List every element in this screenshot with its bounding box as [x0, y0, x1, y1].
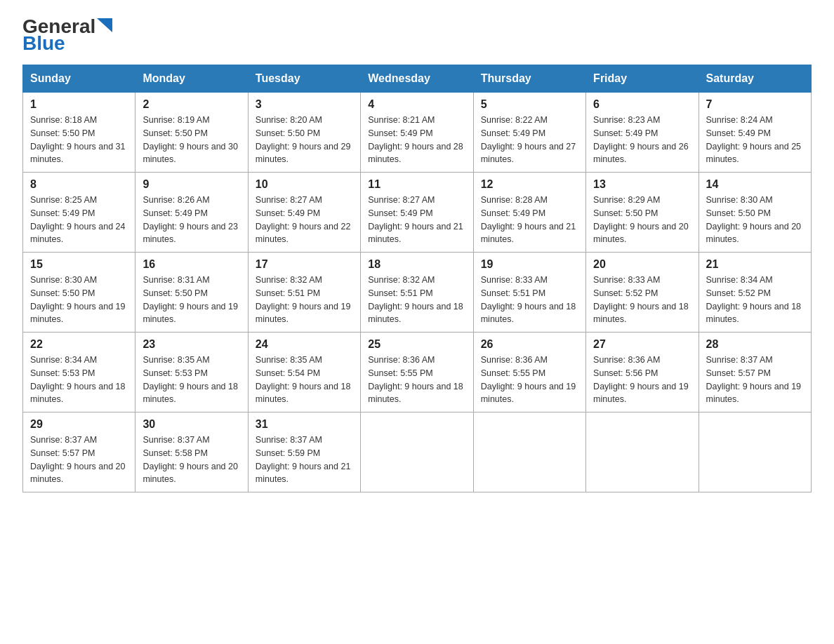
day-info: Sunrise: 8:32 AMSunset: 5:51 PMDaylight:… [368, 274, 465, 326]
calendar-table: SundayMondayTuesdayWednesdayThursdayFrid… [22, 65, 812, 492]
day-number: 21 [706, 258, 804, 271]
calendar-cell: 22Sunrise: 8:34 AMSunset: 5:53 PMDayligh… [23, 333, 135, 412]
calendar-cell: 6Sunrise: 8:23 AMSunset: 5:49 PMDaylight… [586, 93, 699, 173]
day-info: Sunrise: 8:21 AMSunset: 5:49 PMDaylight:… [368, 114, 465, 166]
day-info: Sunrise: 8:31 AMSunset: 5:50 PMDaylight:… [143, 274, 240, 326]
week-row-3: 15Sunrise: 8:30 AMSunset: 5:50 PMDayligh… [23, 253, 812, 333]
day-number: 14 [706, 178, 804, 191]
day-number: 30 [143, 418, 240, 431]
day-info: Sunrise: 8:30 AMSunset: 5:50 PMDaylight:… [706, 194, 804, 246]
calendar-cell: 31Sunrise: 8:37 AMSunset: 5:59 PMDayligh… [248, 412, 360, 492]
logo-blue: Blue [22, 34, 65, 53]
day-number: 1 [30, 98, 128, 111]
header-tuesday: Tuesday [248, 65, 360, 93]
day-info: Sunrise: 8:37 AMSunset: 5:58 PMDaylight:… [143, 434, 240, 486]
calendar-cell: 25Sunrise: 8:36 AMSunset: 5:55 PMDayligh… [361, 333, 473, 412]
day-number: 25 [368, 338, 465, 351]
day-info: Sunrise: 8:26 AMSunset: 5:49 PMDaylight:… [143, 194, 240, 246]
header-saturday: Saturday [699, 65, 811, 93]
day-info: Sunrise: 8:28 AMSunset: 5:49 PMDaylight:… [481, 194, 578, 246]
day-number: 29 [30, 418, 128, 431]
day-info: Sunrise: 8:36 AMSunset: 5:55 PMDaylight:… [368, 354, 465, 406]
calendar-cell [699, 412, 811, 492]
day-info: Sunrise: 8:35 AMSunset: 5:53 PMDaylight:… [143, 354, 240, 406]
header-thursday: Thursday [473, 65, 585, 93]
day-info: Sunrise: 8:29 AMSunset: 5:50 PMDaylight:… [593, 194, 691, 246]
calendar-cell: 11Sunrise: 8:27 AMSunset: 5:49 PMDayligh… [361, 173, 473, 253]
week-row-4: 22Sunrise: 8:34 AMSunset: 5:53 PMDayligh… [23, 333, 812, 412]
header-friday: Friday [586, 65, 699, 93]
day-info: Sunrise: 8:27 AMSunset: 5:49 PMDaylight:… [368, 194, 465, 246]
week-row-1: 1Sunrise: 8:18 AMSunset: 5:50 PMDaylight… [23, 93, 812, 173]
page-header: General Blue [22, 17, 812, 53]
calendar-cell: 23Sunrise: 8:35 AMSunset: 5:53 PMDayligh… [135, 333, 248, 412]
day-number: 3 [256, 98, 353, 111]
calendar-cell: 1Sunrise: 8:18 AMSunset: 5:50 PMDaylight… [23, 93, 135, 173]
day-info: Sunrise: 8:36 AMSunset: 5:55 PMDaylight:… [481, 354, 578, 406]
header-monday: Monday [135, 65, 248, 93]
calendar-cell: 3Sunrise: 8:20 AMSunset: 5:50 PMDaylight… [248, 93, 360, 173]
day-number: 10 [256, 178, 353, 191]
day-info: Sunrise: 8:22 AMSunset: 5:49 PMDaylight:… [481, 114, 578, 166]
calendar-cell: 8Sunrise: 8:25 AMSunset: 5:49 PMDaylight… [23, 173, 135, 253]
header-wednesday: Wednesday [361, 65, 473, 93]
day-info: Sunrise: 8:37 AMSunset: 5:57 PMDaylight:… [30, 434, 128, 486]
calendar-cell: 14Sunrise: 8:30 AMSunset: 5:50 PMDayligh… [699, 173, 811, 253]
calendar-cell: 26Sunrise: 8:36 AMSunset: 5:55 PMDayligh… [473, 333, 585, 412]
calendar-cell: 10Sunrise: 8:27 AMSunset: 5:49 PMDayligh… [248, 173, 360, 253]
svg-marker-0 [97, 18, 112, 32]
day-info: Sunrise: 8:24 AMSunset: 5:49 PMDaylight:… [706, 114, 804, 166]
day-number: 31 [256, 418, 353, 431]
calendar-cell: 24Sunrise: 8:35 AMSunset: 5:54 PMDayligh… [248, 333, 360, 412]
day-number: 13 [593, 178, 691, 191]
day-info: Sunrise: 8:34 AMSunset: 5:53 PMDaylight:… [30, 354, 128, 406]
day-number: 4 [368, 98, 465, 111]
day-number: 7 [706, 98, 804, 111]
calendar-cell [473, 412, 585, 492]
day-info: Sunrise: 8:19 AMSunset: 5:50 PMDaylight:… [143, 114, 240, 166]
day-number: 9 [143, 178, 240, 191]
day-number: 5 [481, 98, 578, 111]
day-number: 17 [256, 258, 353, 271]
day-number: 19 [481, 258, 578, 271]
day-number: 12 [481, 178, 578, 191]
day-number: 18 [368, 258, 465, 271]
day-info: Sunrise: 8:18 AMSunset: 5:50 PMDaylight:… [30, 114, 128, 166]
calendar-cell [361, 412, 473, 492]
calendar-cell: 30Sunrise: 8:37 AMSunset: 5:58 PMDayligh… [135, 412, 248, 492]
day-number: 6 [593, 98, 691, 111]
calendar-cell: 19Sunrise: 8:33 AMSunset: 5:51 PMDayligh… [473, 253, 585, 333]
calendar-cell: 5Sunrise: 8:22 AMSunset: 5:49 PMDaylight… [473, 93, 585, 173]
calendar-cell: 7Sunrise: 8:24 AMSunset: 5:49 PMDaylight… [699, 93, 811, 173]
day-info: Sunrise: 8:33 AMSunset: 5:52 PMDaylight:… [593, 274, 691, 326]
day-number: 2 [143, 98, 240, 111]
header-sunday: Sunday [23, 65, 135, 93]
logo: General Blue [22, 17, 112, 53]
day-info: Sunrise: 8:37 AMSunset: 5:59 PMDaylight:… [256, 434, 353, 486]
logo-triangle-icon [97, 18, 112, 32]
calendar-cell: 29Sunrise: 8:37 AMSunset: 5:57 PMDayligh… [23, 412, 135, 492]
calendar-cell: 13Sunrise: 8:29 AMSunset: 5:50 PMDayligh… [586, 173, 699, 253]
calendar-cell: 20Sunrise: 8:33 AMSunset: 5:52 PMDayligh… [586, 253, 699, 333]
day-info: Sunrise: 8:30 AMSunset: 5:50 PMDaylight:… [30, 274, 128, 326]
day-number: 28 [706, 338, 804, 351]
calendar-cell: 21Sunrise: 8:34 AMSunset: 5:52 PMDayligh… [699, 253, 811, 333]
day-info: Sunrise: 8:37 AMSunset: 5:57 PMDaylight:… [706, 354, 804, 406]
day-info: Sunrise: 8:34 AMSunset: 5:52 PMDaylight:… [706, 274, 804, 326]
day-number: 16 [143, 258, 240, 271]
day-info: Sunrise: 8:35 AMSunset: 5:54 PMDaylight:… [256, 354, 353, 406]
calendar-cell [586, 412, 699, 492]
calendar-cell: 4Sunrise: 8:21 AMSunset: 5:49 PMDaylight… [361, 93, 473, 173]
day-info: Sunrise: 8:25 AMSunset: 5:49 PMDaylight:… [30, 194, 128, 246]
calendar-cell: 28Sunrise: 8:37 AMSunset: 5:57 PMDayligh… [699, 333, 811, 412]
calendar-cell: 18Sunrise: 8:32 AMSunset: 5:51 PMDayligh… [361, 253, 473, 333]
day-info: Sunrise: 8:23 AMSunset: 5:49 PMDaylight:… [593, 114, 691, 166]
calendar-cell: 16Sunrise: 8:31 AMSunset: 5:50 PMDayligh… [135, 253, 248, 333]
day-info: Sunrise: 8:20 AMSunset: 5:50 PMDaylight:… [256, 114, 353, 166]
calendar-cell: 17Sunrise: 8:32 AMSunset: 5:51 PMDayligh… [248, 253, 360, 333]
calendar-cell: 15Sunrise: 8:30 AMSunset: 5:50 PMDayligh… [23, 253, 135, 333]
calendar-cell: 9Sunrise: 8:26 AMSunset: 5:49 PMDaylight… [135, 173, 248, 253]
day-info: Sunrise: 8:27 AMSunset: 5:49 PMDaylight:… [256, 194, 353, 246]
calendar-cell: 12Sunrise: 8:28 AMSunset: 5:49 PMDayligh… [473, 173, 585, 253]
day-number: 22 [30, 338, 128, 351]
